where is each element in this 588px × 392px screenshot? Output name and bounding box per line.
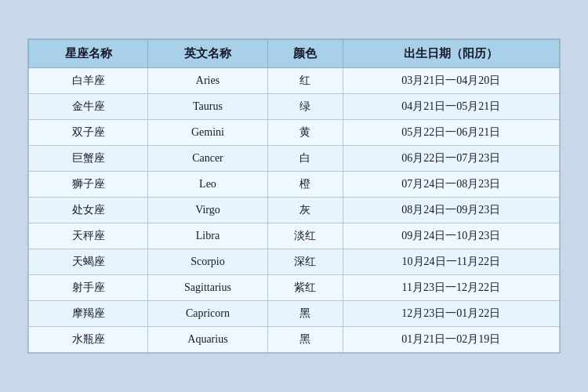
zodiac-table: 星座名称 英文名称 颜色 出生日期（阳历） 白羊座Aries红03月21日一04… — [28, 39, 560, 353]
cell-english-name: Aquarius — [148, 327, 267, 353]
cell-chinese-name: 摩羯座 — [29, 301, 148, 327]
cell-english-name: Cancer — [148, 146, 267, 172]
cell-english-name: Scorpio — [148, 249, 267, 275]
cell-birthdate: 07月24日一08月23日 — [343, 172, 559, 198]
cell-chinese-name: 处女座 — [29, 198, 148, 223]
cell-birthdate: 12月23日一01月22日 — [343, 301, 559, 327]
cell-english-name: Virgo — [148, 198, 267, 223]
cell-english-name: Capricorn — [148, 301, 267, 327]
cell-color: 黄 — [267, 120, 343, 146]
table-row: 天秤座Libra淡红09月24日一10月23日 — [29, 223, 560, 249]
cell-color: 黑 — [267, 327, 343, 353]
cell-birthdate: 03月21日一04月20日 — [343, 68, 559, 94]
cell-english-name: Aries — [148, 68, 267, 94]
table-row: 双子座Gemini黄05月22日一06月21日 — [29, 120, 560, 146]
header-color: 颜色 — [267, 40, 343, 68]
header-chinese-name: 星座名称 — [29, 40, 148, 68]
cell-chinese-name: 天秤座 — [29, 223, 148, 249]
cell-birthdate: 11月23日一12月22日 — [343, 275, 559, 301]
cell-english-name: Gemini — [148, 120, 267, 146]
cell-birthdate: 08月24日一09月23日 — [343, 198, 559, 223]
cell-color: 黑 — [267, 301, 343, 327]
cell-birthdate: 09月24日一10月23日 — [343, 223, 559, 249]
cell-birthdate: 04月21日一05月21日 — [343, 94, 559, 120]
table-body: 白羊座Aries红03月21日一04月20日金牛座Taurus绿04月21日一0… — [29, 68, 560, 353]
cell-english-name: Leo — [148, 172, 267, 198]
cell-color: 灰 — [267, 198, 343, 223]
cell-color: 橙 — [267, 172, 343, 198]
cell-birthdate: 10月24日一11月22日 — [343, 249, 559, 275]
cell-color: 白 — [267, 146, 343, 172]
cell-color: 深红 — [267, 249, 343, 275]
cell-color: 紫红 — [267, 275, 343, 301]
cell-chinese-name: 射手座 — [29, 275, 148, 301]
table-row: 狮子座Leo橙07月24日一08月23日 — [29, 172, 560, 198]
table-row: 金牛座Taurus绿04月21日一05月21日 — [29, 94, 560, 120]
cell-chinese-name: 金牛座 — [29, 94, 148, 120]
cell-chinese-name: 天蝎座 — [29, 249, 148, 275]
table-row: 摩羯座Capricorn黑12月23日一01月22日 — [29, 301, 560, 327]
header-birthdate: 出生日期（阳历） — [343, 40, 559, 68]
cell-chinese-name: 巨蟹座 — [29, 146, 148, 172]
cell-chinese-name: 白羊座 — [29, 68, 148, 94]
cell-english-name: Taurus — [148, 94, 267, 120]
cell-color: 红 — [267, 68, 343, 94]
cell-chinese-name: 水瓶座 — [29, 327, 148, 353]
table-row: 天蝎座Scorpio深红10月24日一11月22日 — [29, 249, 560, 275]
cell-chinese-name: 狮子座 — [29, 172, 148, 198]
cell-color: 淡红 — [267, 223, 343, 249]
cell-english-name: Sagittarius — [148, 275, 267, 301]
table-row: 白羊座Aries红03月21日一04月20日 — [29, 68, 560, 94]
table-header-row: 星座名称 英文名称 颜色 出生日期（阳历） — [29, 40, 560, 68]
cell-birthdate: 05月22日一06月21日 — [343, 120, 559, 146]
table-row: 水瓶座Aquarius黑01月21日一02月19日 — [29, 327, 560, 353]
table-row: 巨蟹座Cancer白06月22日一07月23日 — [29, 146, 560, 172]
cell-birthdate: 06月22日一07月23日 — [343, 146, 559, 172]
header-english-name: 英文名称 — [148, 40, 267, 68]
zodiac-table-container: 星座名称 英文名称 颜色 出生日期（阳历） 白羊座Aries红03月21日一04… — [27, 38, 561, 354]
cell-english-name: Libra — [148, 223, 267, 249]
cell-birthdate: 01月21日一02月19日 — [343, 327, 559, 353]
table-row: 射手座Sagittarius紫红11月23日一12月22日 — [29, 275, 560, 301]
table-row: 处女座Virgo灰08月24日一09月23日 — [29, 198, 560, 223]
cell-color: 绿 — [267, 94, 343, 120]
cell-chinese-name: 双子座 — [29, 120, 148, 146]
